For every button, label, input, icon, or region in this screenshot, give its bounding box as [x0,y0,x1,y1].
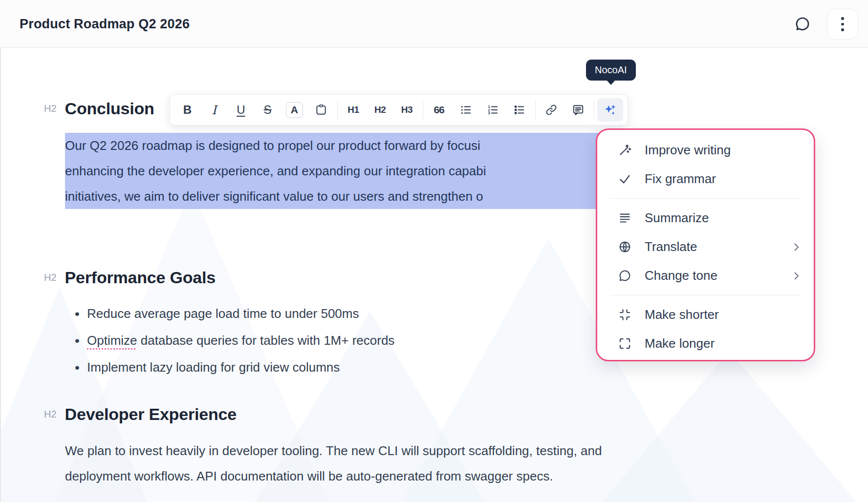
paragraph-line[interactable]: Our Q2 2026 roadmap is designed to prope… [65,133,599,158]
blockquote-button[interactable]: 66 [426,98,452,122]
heading2-button[interactable]: H2 [367,98,393,122]
menu-item-change-tone[interactable]: Change tone [597,261,814,290]
paragraph-line[interactable]: deployment workflows. API documentation … [65,463,602,489]
menu-item-translate[interactable]: Translate [597,232,814,261]
toolbar-divider [423,100,423,120]
paragraph-line[interactable]: We plan to invest heavily in developer t… [65,438,602,463]
section-heading-conclusion[interactable]: H2 Conclusion [44,99,154,118]
menu-item-label: Make longer [645,336,715,351]
task-list-button[interactable] [506,98,532,122]
menu-item-label: Change tone [645,268,717,283]
numbered-list-button[interactable]: 1 2 3 [479,98,505,122]
svg-text:3: 3 [488,111,490,115]
code-block-button[interactable] [308,98,334,122]
heading-text[interactable]: Conclusion [65,99,154,118]
toolbar-comment-button[interactable] [565,98,591,122]
list-item[interactable]: Optimize database queries for tables wit… [65,327,394,354]
chevron-right-icon [790,270,802,282]
menu-item-label: Translate [645,239,697,254]
list-item-text[interactable]: database queries for tables with 1M+ rec… [137,333,395,348]
chevron-right-icon [790,241,802,253]
menu-divider [610,198,801,199]
menu-item-improve-writing[interactable]: Improve writing [597,136,814,165]
heading-level-badge: H2 [44,409,57,420]
heading-text[interactable]: Performance Goals [65,268,216,287]
ai-sparkle-icon [604,104,617,117]
strikethrough-button[interactable]: S [255,98,281,122]
menu-item-label: Summarize [645,210,709,226]
task-list-icon [513,104,525,116]
comment-icon [572,104,585,116]
bullet-list-button[interactable] [453,98,479,122]
comment-button[interactable] [791,13,814,36]
numbered-list-icon: 1 2 3 [486,104,499,116]
format-toolbar: B I U S A H1 H2 H3 66 [170,94,628,126]
heading1-button[interactable]: H1 [341,98,367,122]
ai-dropdown-menu: Improve writing Fix grammar Summarize Tr… [596,128,815,361]
kebab-menu-icon [841,17,844,31]
selected-paragraph[interactable]: Our Q2 2026 roadmap is designed to prope… [65,133,599,209]
nocoai-tooltip: NocoAI [586,60,636,81]
globe-icon [618,240,631,253]
list-item[interactable]: Reduce average page load time to under 5… [65,300,394,327]
menu-item-label: Improve writing [645,143,731,158]
developer-paragraph[interactable]: We plan to invest heavily in developer t… [65,438,602,489]
menu-divider [610,295,801,295]
shrink-icon [618,308,631,321]
link-button[interactable] [539,98,564,122]
page-header: Product Roadmap Q2 2026 [0,0,868,48]
menu-item-label: Fix grammar [645,171,716,187]
toolbar-divider [535,100,536,120]
more-options-button[interactable] [827,9,858,40]
toolbar-divider [337,100,338,120]
editor-canvas[interactable]: H2 Conclusion Our Q2 2026 roadmap is des… [0,48,868,502]
menu-item-make-shorter[interactable]: Make shorter [597,300,814,329]
heading3-button[interactable]: H3 [394,98,420,122]
menu-item-make-longer[interactable]: Make longer [597,329,814,358]
bullet-list-icon [459,104,472,116]
comment-bubble-icon [794,15,811,34]
menu-item-summarize[interactable]: Summarize [597,204,814,232]
check-icon [618,172,631,186]
heading-level-badge: H2 [44,103,57,114]
toolbar-divider [594,100,594,120]
misspelled-word[interactable]: Optimize [87,333,137,348]
menu-item-fix-grammar[interactable]: Fix grammar [597,165,814,193]
summarize-lines-icon [618,211,631,225]
paragraph-line[interactable]: enhancing the developer experience, and … [65,158,599,184]
heading-level-badge: H2 [44,272,57,283]
ai-button[interactable] [597,98,623,122]
code-block-icon [315,104,327,116]
heading-text[interactable]: Developer Experience [65,405,237,424]
text-color-button[interactable]: A [282,98,307,122]
link-icon [545,104,558,116]
menu-item-label: Make shorter [645,307,719,322]
section-heading-developer-experience[interactable]: H2 Developer Experience [44,405,237,424]
section-heading-performance-goals[interactable]: H2 Performance Goals [44,268,216,287]
bold-button[interactable]: B [174,98,200,122]
speech-bubble-icon [618,269,631,282]
document-title: Product Roadmap Q2 2026 [20,0,190,48]
italic-button[interactable]: I [201,98,227,122]
paragraph-line[interactable]: initiatives, we aim to deliver significa… [65,184,599,209]
underline-button[interactable]: U [228,98,254,122]
list-item[interactable]: Implement lazy loading for grid view col… [65,354,394,381]
expand-icon [618,337,631,350]
bullet-list[interactable]: Reduce average page load time to under 5… [65,300,394,381]
text-color-label: A [286,102,303,118]
wand-sparkles-icon [618,144,631,157]
